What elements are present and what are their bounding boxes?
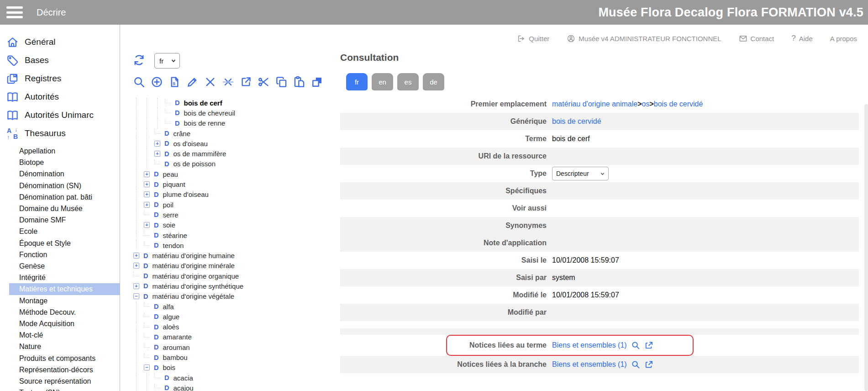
- tree-node-label[interactable]: stéarine: [163, 232, 187, 239]
- tree-node-label[interactable]: serre: [163, 211, 178, 219]
- collapse-icon[interactable]: −: [133, 293, 139, 299]
- thesaurus-item[interactable]: Domaine SMF: [0, 214, 120, 226]
- notices-link[interactable]: Biens et ensembles (1): [552, 360, 627, 369]
- open-in-window-icon[interactable]: [644, 360, 653, 369]
- copy-icon[interactable]: [275, 76, 288, 90]
- tab-fr[interactable]: fr: [346, 73, 368, 90]
- tree-node-label[interactable]: peau: [163, 170, 178, 178]
- thesaurus-item[interactable]: Mode Acquisition: [0, 318, 120, 329]
- delete-icon[interactable]: [204, 76, 216, 90]
- breadcrumb-link[interactable]: bois de cervidé: [654, 100, 703, 108]
- expand-icon[interactable]: +: [133, 263, 139, 269]
- tree-node-label[interactable]: soie: [163, 221, 175, 229]
- thesaurus-item[interactable]: Appellation: [0, 145, 120, 157]
- thesaurus-item[interactable]: Dénomination (SN): [0, 180, 120, 191]
- tree-node-label[interactable]: arouman: [163, 343, 189, 351]
- refresh-icon[interactable]: [133, 54, 145, 68]
- sidebar-item-registres[interactable]: Registres: [0, 69, 120, 88]
- hamburger-menu-icon[interactable]: [6, 6, 23, 18]
- thesaurus-item[interactable]: Domaine du Musée: [0, 203, 120, 214]
- thesaurus-item[interactable]: Méthode Decouv.: [0, 306, 120, 318]
- thesaurus-item[interactable]: Représentation-décors: [0, 364, 120, 375]
- expand-icon[interactable]: +: [154, 151, 160, 157]
- tree-node-label[interactable]: matériau d'origine végétale: [152, 292, 234, 300]
- expand-icon[interactable]: +: [144, 222, 150, 228]
- tree-node-label[interactable]: bois de cerf: [184, 99, 222, 107]
- thesaurus-item[interactable]: Époque et Style: [0, 238, 120, 249]
- tree-node-label[interactable]: aloès: [163, 323, 179, 331]
- open-in-window-icon[interactable]: [644, 341, 653, 350]
- thesaurus-item[interactable]: Nature: [0, 341, 120, 352]
- collapse-icon[interactable]: −: [144, 365, 150, 370]
- sidebar-item-autorites-unimarc[interactable]: Autorités Unimarc: [0, 106, 120, 124]
- expand-icon[interactable]: +: [144, 181, 150, 187]
- tree-node-label[interactable]: algue: [163, 313, 179, 321]
- sidebar-item-thesaurus[interactable]: A↓↑BThesaurus: [0, 124, 120, 143]
- add-circle-icon[interactable]: [151, 76, 163, 90]
- thesaurus-item[interactable]: Fonction: [0, 249, 120, 260]
- thesaurus-item[interactable]: Montage: [0, 295, 120, 306]
- tree-node-label[interactable]: crâne: [173, 130, 190, 137]
- user-menu[interactable]: Musée v4 ADMINISTRATEUR FONCTIONNEL: [567, 34, 721, 43]
- help-link[interactable]: ? Aide: [791, 34, 813, 43]
- tree-node-label[interactable]: tendon: [163, 242, 184, 249]
- sidebar-item-autorites[interactable]: Autorités: [0, 88, 120, 106]
- add-specific-term-icon[interactable]: s+: [168, 76, 181, 90]
- sidebar-item-bases[interactable]: Bases: [0, 51, 120, 69]
- vertical-scrollbar[interactable]: [864, 104, 868, 391]
- tree-node-label[interactable]: poil: [163, 201, 173, 209]
- search-icon[interactable]: [133, 76, 145, 90]
- tree-node-label[interactable]: alfa: [163, 303, 174, 311]
- edit-icon[interactable]: [186, 76, 199, 90]
- tree-node-label[interactable]: matériau d'origine organique: [152, 272, 239, 280]
- tree-node-label[interactable]: bois de renne: [184, 119, 225, 127]
- expand-icon[interactable]: +: [144, 171, 150, 177]
- search-icon[interactable]: [631, 360, 640, 369]
- tree-language-select[interactable]: fr: [154, 53, 180, 69]
- thesaurus-item[interactable]: Biotope: [0, 157, 120, 168]
- paste-icon[interactable]: [293, 76, 305, 90]
- tree-node-label[interactable]: os de mammifère: [173, 150, 226, 158]
- tree-node-label[interactable]: acacia: [173, 374, 193, 382]
- thesaurus-item[interactable]: Genèse: [0, 260, 120, 272]
- expand-icon[interactable]: +: [144, 202, 150, 208]
- tree-node-label[interactable]: plume d'oiseau: [163, 190, 208, 198]
- delete-branch-icon[interactable]: [222, 76, 234, 90]
- thesaurus-item[interactable]: Dénomination pat. bâti: [0, 191, 120, 203]
- tab-de[interactable]: de: [423, 73, 444, 90]
- expand-icon[interactable]: +: [133, 253, 139, 259]
- sidebar-item-general[interactable]: Général: [0, 33, 120, 51]
- breadcrumb-link[interactable]: os: [642, 100, 650, 108]
- tree-node-label[interactable]: bois: [163, 364, 175, 371]
- about-link[interactable]: A propos: [830, 35, 857, 42]
- duplicate-icon[interactable]: [311, 76, 323, 90]
- tree-node-label[interactable]: matériau d'origine humaine: [152, 252, 234, 259]
- thesaurus-item[interactable]: Matières et techniques: [9, 283, 120, 295]
- tree-node-label[interactable]: matériau d'origine minérale: [152, 262, 234, 269]
- thesaurus-item[interactable]: Intégrité: [0, 272, 120, 283]
- thesaurus-item[interactable]: Produits et composants: [0, 353, 120, 364]
- tree-node-label[interactable]: os d'oiseau: [173, 140, 207, 148]
- tab-es[interactable]: es: [397, 73, 419, 90]
- contact-link[interactable]: Contact: [739, 34, 774, 43]
- thesaurus-item[interactable]: Dénomination: [0, 168, 120, 180]
- expand-icon[interactable]: +: [154, 141, 160, 147]
- tree-node-label[interactable]: piquant: [163, 180, 185, 188]
- thesaurus-item[interactable]: Texture (SN): [0, 387, 120, 391]
- expand-icon[interactable]: +: [133, 283, 139, 289]
- open-external-icon[interactable]: [240, 76, 252, 90]
- cut-icon[interactable]: [258, 76, 270, 90]
- expand-icon[interactable]: +: [144, 191, 150, 197]
- tree-node-label[interactable]: acajou: [173, 384, 193, 391]
- search-icon[interactable]: [631, 341, 640, 350]
- type-select[interactable]: Descripteur: [552, 167, 609, 180]
- quit-button[interactable]: Quitter: [517, 34, 549, 43]
- thesaurus-item[interactable]: Ecole: [0, 226, 120, 237]
- tab-en[interactable]: en: [372, 73, 393, 90]
- tree-node-label[interactable]: os de poisson: [173, 160, 216, 168]
- tree-node-label[interactable]: matériau d'origine synthétique: [152, 282, 243, 290]
- notices-link[interactable]: Biens et ensembles (1): [552, 341, 627, 349]
- term-link[interactable]: bois de cervidé: [552, 117, 601, 126]
- thesaurus-item[interactable]: Source représentation: [0, 375, 120, 387]
- breadcrumb-link[interactable]: matériau d'origine animale: [552, 100, 637, 108]
